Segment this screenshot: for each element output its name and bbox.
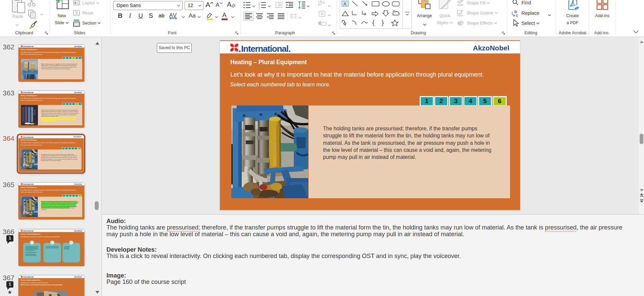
- svg-text:International: International: [23, 136, 34, 138]
- svg-text:3: 3: [259, 7, 260, 9]
- svg-text:International: International: [241, 44, 288, 53]
- svg-text:2: 2: [259, 4, 260, 6]
- svg-text:c: c: [516, 13, 518, 18]
- svg-text:International: International: [23, 230, 34, 232]
- svg-text:A: A: [343, 1, 347, 6]
- svg-text:International: International: [23, 45, 34, 47]
- svg-text:A: A: [322, 1, 325, 5]
- svg-text:1: 1: [259, 2, 260, 4]
- svg-text:International: International: [23, 183, 34, 185]
- svg-text:International: International: [23, 91, 34, 93]
- svg-text:International: International: [23, 276, 34, 278]
